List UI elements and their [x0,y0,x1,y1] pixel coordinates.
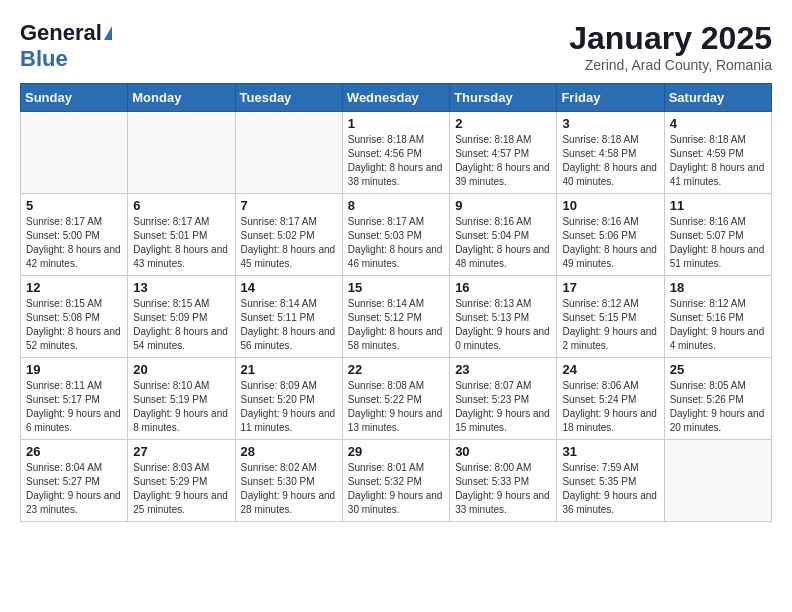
day-number: 23 [455,362,551,377]
day-info: Sunrise: 8:17 AM Sunset: 5:01 PM Dayligh… [133,215,229,271]
weekday-header-sunday: Sunday [21,84,128,112]
calendar-cell: 15Sunrise: 8:14 AM Sunset: 5:12 PM Dayli… [342,276,449,358]
calendar-cell: 29Sunrise: 8:01 AM Sunset: 5:32 PM Dayli… [342,440,449,522]
logo-icon [104,26,112,40]
day-info: Sunrise: 8:14 AM Sunset: 5:11 PM Dayligh… [241,297,337,353]
calendar-week-3: 12Sunrise: 8:15 AM Sunset: 5:08 PM Dayli… [21,276,772,358]
calendar-cell: 10Sunrise: 8:16 AM Sunset: 5:06 PM Dayli… [557,194,664,276]
day-info: Sunrise: 8:10 AM Sunset: 5:19 PM Dayligh… [133,379,229,435]
day-info: Sunrise: 8:14 AM Sunset: 5:12 PM Dayligh… [348,297,444,353]
weekday-header-saturday: Saturday [664,84,771,112]
calendar-cell: 31Sunrise: 7:59 AM Sunset: 5:35 PM Dayli… [557,440,664,522]
calendar-cell: 5Sunrise: 8:17 AM Sunset: 5:00 PM Daylig… [21,194,128,276]
day-number: 7 [241,198,337,213]
day-info: Sunrise: 8:16 AM Sunset: 5:06 PM Dayligh… [562,215,658,271]
day-number: 17 [562,280,658,295]
calendar-cell: 21Sunrise: 8:09 AM Sunset: 5:20 PM Dayli… [235,358,342,440]
day-number: 25 [670,362,766,377]
day-number: 14 [241,280,337,295]
calendar-cell: 8Sunrise: 8:17 AM Sunset: 5:03 PM Daylig… [342,194,449,276]
day-info: Sunrise: 8:17 AM Sunset: 5:00 PM Dayligh… [26,215,122,271]
day-number: 4 [670,116,766,131]
day-number: 12 [26,280,122,295]
day-info: Sunrise: 8:18 AM Sunset: 4:58 PM Dayligh… [562,133,658,189]
calendar-cell: 12Sunrise: 8:15 AM Sunset: 5:08 PM Dayli… [21,276,128,358]
day-info: Sunrise: 8:01 AM Sunset: 5:32 PM Dayligh… [348,461,444,517]
calendar-cell [128,112,235,194]
calendar-cell: 27Sunrise: 8:03 AM Sunset: 5:29 PM Dayli… [128,440,235,522]
day-info: Sunrise: 8:15 AM Sunset: 5:09 PM Dayligh… [133,297,229,353]
day-number: 31 [562,444,658,459]
day-number: 24 [562,362,658,377]
weekday-header-friday: Friday [557,84,664,112]
calendar-cell: 25Sunrise: 8:05 AM Sunset: 5:26 PM Dayli… [664,358,771,440]
calendar-cell: 22Sunrise: 8:08 AM Sunset: 5:22 PM Dayli… [342,358,449,440]
calendar-week-5: 26Sunrise: 8:04 AM Sunset: 5:27 PM Dayli… [21,440,772,522]
calendar-cell [21,112,128,194]
day-info: Sunrise: 8:00 AM Sunset: 5:33 PM Dayligh… [455,461,551,517]
calendar-week-4: 19Sunrise: 8:11 AM Sunset: 5:17 PM Dayli… [21,358,772,440]
calendar-cell: 9Sunrise: 8:16 AM Sunset: 5:04 PM Daylig… [450,194,557,276]
calendar-cell: 6Sunrise: 8:17 AM Sunset: 5:01 PM Daylig… [128,194,235,276]
page-header: General Blue January 2025 Zerind, Arad C… [20,20,772,73]
calendar-cell: 14Sunrise: 8:14 AM Sunset: 5:11 PM Dayli… [235,276,342,358]
weekday-header-wednesday: Wednesday [342,84,449,112]
day-number: 13 [133,280,229,295]
day-info: Sunrise: 8:03 AM Sunset: 5:29 PM Dayligh… [133,461,229,517]
weekday-header-tuesday: Tuesday [235,84,342,112]
weekday-header-row: SundayMondayTuesdayWednesdayThursdayFrid… [21,84,772,112]
day-info: Sunrise: 8:17 AM Sunset: 5:02 PM Dayligh… [241,215,337,271]
calendar-cell: 19Sunrise: 8:11 AM Sunset: 5:17 PM Dayli… [21,358,128,440]
calendar-cell: 3Sunrise: 8:18 AM Sunset: 4:58 PM Daylig… [557,112,664,194]
day-info: Sunrise: 8:06 AM Sunset: 5:24 PM Dayligh… [562,379,658,435]
day-number: 6 [133,198,229,213]
day-number: 27 [133,444,229,459]
day-number: 20 [133,362,229,377]
day-number: 8 [348,198,444,213]
title-section: January 2025 Zerind, Arad County, Romani… [569,20,772,73]
day-number: 26 [26,444,122,459]
day-info: Sunrise: 8:18 AM Sunset: 4:57 PM Dayligh… [455,133,551,189]
calendar-cell: 24Sunrise: 8:06 AM Sunset: 5:24 PM Dayli… [557,358,664,440]
logo-general-text: General [20,20,102,46]
location-subtitle: Zerind, Arad County, Romania [569,57,772,73]
day-info: Sunrise: 8:02 AM Sunset: 5:30 PM Dayligh… [241,461,337,517]
calendar-cell: 20Sunrise: 8:10 AM Sunset: 5:19 PM Dayli… [128,358,235,440]
calendar-cell: 26Sunrise: 8:04 AM Sunset: 5:27 PM Dayli… [21,440,128,522]
day-number: 1 [348,116,444,131]
calendar-cell: 17Sunrise: 8:12 AM Sunset: 5:15 PM Dayli… [557,276,664,358]
calendar-week-2: 5Sunrise: 8:17 AM Sunset: 5:00 PM Daylig… [21,194,772,276]
calendar-cell: 11Sunrise: 8:16 AM Sunset: 5:07 PM Dayli… [664,194,771,276]
day-number: 19 [26,362,122,377]
day-info: Sunrise: 8:07 AM Sunset: 5:23 PM Dayligh… [455,379,551,435]
day-number: 5 [26,198,122,213]
calendar-cell: 2Sunrise: 8:18 AM Sunset: 4:57 PM Daylig… [450,112,557,194]
day-info: Sunrise: 7:59 AM Sunset: 5:35 PM Dayligh… [562,461,658,517]
calendar-body: 1Sunrise: 8:18 AM Sunset: 4:56 PM Daylig… [21,112,772,522]
calendar-cell: 18Sunrise: 8:12 AM Sunset: 5:16 PM Dayli… [664,276,771,358]
day-info: Sunrise: 8:08 AM Sunset: 5:22 PM Dayligh… [348,379,444,435]
day-number: 15 [348,280,444,295]
day-info: Sunrise: 8:04 AM Sunset: 5:27 PM Dayligh… [26,461,122,517]
day-number: 29 [348,444,444,459]
logo: General Blue [20,20,112,72]
day-number: 21 [241,362,337,377]
day-info: Sunrise: 8:15 AM Sunset: 5:08 PM Dayligh… [26,297,122,353]
calendar-cell [664,440,771,522]
day-info: Sunrise: 8:12 AM Sunset: 5:16 PM Dayligh… [670,297,766,353]
calendar-cell: 7Sunrise: 8:17 AM Sunset: 5:02 PM Daylig… [235,194,342,276]
day-number: 2 [455,116,551,131]
day-info: Sunrise: 8:16 AM Sunset: 5:07 PM Dayligh… [670,215,766,271]
calendar-cell: 4Sunrise: 8:18 AM Sunset: 4:59 PM Daylig… [664,112,771,194]
calendar-table: SundayMondayTuesdayWednesdayThursdayFrid… [20,83,772,522]
logo-blue-text: Blue [20,46,68,72]
day-number: 9 [455,198,551,213]
calendar-cell: 1Sunrise: 8:18 AM Sunset: 4:56 PM Daylig… [342,112,449,194]
weekday-header-thursday: Thursday [450,84,557,112]
day-info: Sunrise: 8:05 AM Sunset: 5:26 PM Dayligh… [670,379,766,435]
calendar-cell: 28Sunrise: 8:02 AM Sunset: 5:30 PM Dayli… [235,440,342,522]
day-info: Sunrise: 8:17 AM Sunset: 5:03 PM Dayligh… [348,215,444,271]
day-number: 11 [670,198,766,213]
calendar-cell: 30Sunrise: 8:00 AM Sunset: 5:33 PM Dayli… [450,440,557,522]
day-info: Sunrise: 8:18 AM Sunset: 4:59 PM Dayligh… [670,133,766,189]
